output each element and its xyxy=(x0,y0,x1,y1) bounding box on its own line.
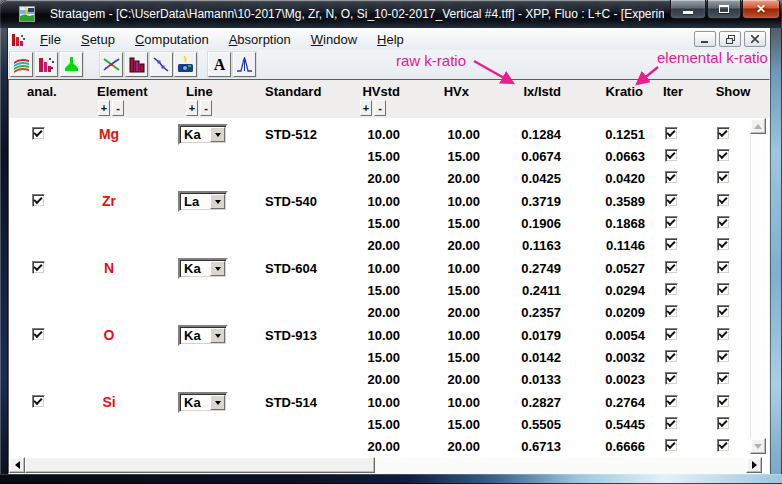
kratio-value: 0.3589 xyxy=(561,194,645,209)
show-checkbox[interactable] xyxy=(717,238,730,251)
mdi-minimize-button[interactable] xyxy=(694,31,716,47)
vertical-scrollbar[interactable] xyxy=(750,118,766,454)
menu-absorption[interactable]: Absorption xyxy=(222,31,298,48)
close-button[interactable]: ✕ xyxy=(742,0,780,19)
iter-checkbox[interactable] xyxy=(665,439,678,452)
table-row: Mg Ka STD-512 10.00 10.00 0.1284 0.1251 … xyxy=(9,124,749,190)
show-checkbox[interactable] xyxy=(717,417,730,430)
iter-checkbox[interactable] xyxy=(665,127,678,140)
remove-element-button[interactable]: - xyxy=(112,100,124,116)
histogram-dots-button[interactable] xyxy=(35,52,58,77)
font-a-button[interactable]: A xyxy=(208,52,231,77)
maximize-icon xyxy=(719,5,729,13)
add-line-button[interactable]: + xyxy=(186,100,198,116)
iter-checkbox[interactable] xyxy=(665,350,678,363)
maximize-button[interactable] xyxy=(707,0,741,19)
iter-checkbox[interactable] xyxy=(665,171,678,184)
iter-checkbox[interactable] xyxy=(665,283,678,296)
show-checkbox[interactable] xyxy=(717,283,730,296)
green-area-button[interactable] xyxy=(60,52,83,77)
show-checkbox[interactable] xyxy=(717,194,730,207)
title-bar: Stratagem - [C:\UserData\Hamann\10-2017\… xyxy=(0,0,782,28)
mdi-restore-button[interactable] xyxy=(719,31,741,47)
annotation-elemental-k-ratio: elemental k-ratio xyxy=(657,49,768,66)
add-element-button[interactable]: + xyxy=(98,100,110,116)
remove-hv-button[interactable]: - xyxy=(374,100,386,116)
show-checkbox[interactable] xyxy=(717,328,730,341)
crossed-curves-button[interactable] xyxy=(100,52,123,77)
show-checkbox[interactable] xyxy=(717,305,730,318)
show-checkbox[interactable] xyxy=(717,216,730,229)
mdi-close-button[interactable] xyxy=(744,31,766,47)
table-row: N Ka STD-604 10.00 10.00 0.2749 0.0527 1… xyxy=(9,258,749,324)
ix-istd-value: 0.2749 xyxy=(477,261,561,276)
minimize-button[interactable] xyxy=(670,0,706,19)
iter-checkbox[interactable] xyxy=(665,372,678,385)
camera-button[interactable] xyxy=(174,52,197,77)
hvstd-value: 20.00 xyxy=(316,439,400,454)
show-checkbox[interactable] xyxy=(717,395,730,408)
column-header-show: Show xyxy=(709,84,757,99)
scroll-right-button[interactable] xyxy=(746,457,762,473)
kratio-value: 0.0054 xyxy=(561,328,645,343)
iter-checkbox[interactable] xyxy=(665,417,678,430)
show-checkbox[interactable] xyxy=(717,149,730,162)
ix-istd-value: 0.1163 xyxy=(477,238,561,253)
iter-checkbox[interactable] xyxy=(665,328,678,341)
horizontal-scrollbar[interactable] xyxy=(9,457,762,473)
iter-checkbox[interactable] xyxy=(665,216,678,229)
menu-window[interactable]: Window xyxy=(304,31,364,48)
show-checkbox[interactable] xyxy=(717,439,730,452)
hv-line: 15.00 15.00 0.2411 0.0294 xyxy=(9,282,749,300)
show-checkbox[interactable] xyxy=(717,350,730,363)
scroll-down-button[interactable] xyxy=(750,438,766,454)
decay-curve-button[interactable] xyxy=(150,52,173,77)
iter-checkbox[interactable] xyxy=(665,149,678,162)
show-checkbox[interactable] xyxy=(717,171,730,184)
stratified-layers-icon xyxy=(12,55,31,74)
iter-checkbox[interactable] xyxy=(665,261,678,274)
iter-checkbox[interactable] xyxy=(665,194,678,207)
scroll-left-button[interactable] xyxy=(9,457,25,473)
show-checkbox[interactable] xyxy=(717,261,730,274)
menu-file[interactable]: File xyxy=(33,31,68,48)
hvstd-value: 10.00 xyxy=(316,194,400,209)
triangle-down-icon xyxy=(754,444,762,449)
kratio-value: 0.0209 xyxy=(561,305,645,320)
stratified-layers-button[interactable] xyxy=(10,52,33,77)
hvx-value: 20.00 xyxy=(396,171,480,186)
ix-istd-value: 0.5505 xyxy=(477,417,561,432)
svg-text:A: A xyxy=(214,56,226,73)
bar-chart-3d-button[interactable] xyxy=(125,52,148,77)
kratio-value: 0.6666 xyxy=(561,439,645,454)
iter-checkbox[interactable] xyxy=(665,305,678,318)
mdi-minimize-icon xyxy=(701,35,709,43)
scroll-up-button[interactable] xyxy=(750,118,766,134)
mdi-restore-icon xyxy=(726,35,735,44)
hv-line: 20.00 20.00 0.0133 0.0023 xyxy=(9,371,749,389)
show-checkbox[interactable] xyxy=(717,127,730,140)
triangle-left-icon xyxy=(15,461,20,469)
hv-line: 15.00 15.00 0.0142 0.0032 xyxy=(9,349,749,367)
show-checkbox[interactable] xyxy=(717,372,730,385)
element-add-remove: + - xyxy=(98,100,124,116)
menu-computation[interactable]: Computation xyxy=(128,31,216,48)
kratio-value: 0.1868 xyxy=(561,216,645,231)
hv-line: 10.00 10.00 0.0179 0.0054 xyxy=(9,327,749,345)
table-row: O Ka STD-913 10.00 10.00 0.0179 0.0054 1… xyxy=(9,325,749,391)
iter-checkbox[interactable] xyxy=(665,238,678,251)
peak-curve-button[interactable] xyxy=(233,52,256,77)
menu-setup[interactable]: Setup xyxy=(74,31,122,48)
horizontal-scroll-thumb[interactable] xyxy=(25,457,375,473)
kratio-value: 0.0420 xyxy=(561,171,645,186)
iter-checkbox[interactable] xyxy=(665,395,678,408)
hvstd-value: 10.00 xyxy=(316,127,400,142)
stratagem-app-icon xyxy=(19,6,35,22)
table-row: Zr La STD-540 10.00 10.00 0.3719 0.3589 … xyxy=(9,191,749,257)
decay-curve-icon xyxy=(152,55,171,74)
experiment-table: anal. Element Line Standard HVstd HVx Ix… xyxy=(8,79,770,474)
add-hv-button[interactable]: + xyxy=(360,100,372,116)
hvstd-value: 20.00 xyxy=(316,238,400,253)
menu-help[interactable]: Help xyxy=(370,31,411,48)
remove-line-button[interactable]: - xyxy=(200,100,212,116)
